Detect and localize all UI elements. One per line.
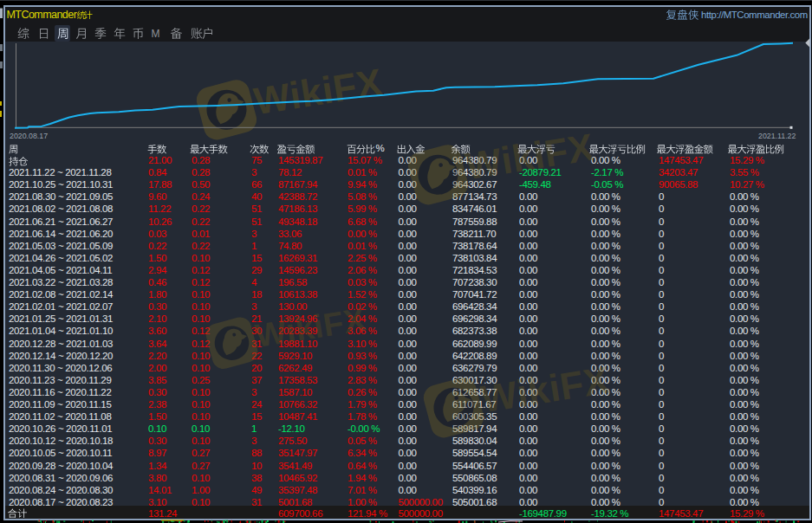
svg-text:WikiFX: WikiFX [251,61,386,123]
svg-text:WikiFX: WikiFX [463,126,597,188]
svg-text:WikiFX: WikiFX [253,300,368,354]
svg-text:WikiFX: WikiFX [478,358,613,421]
